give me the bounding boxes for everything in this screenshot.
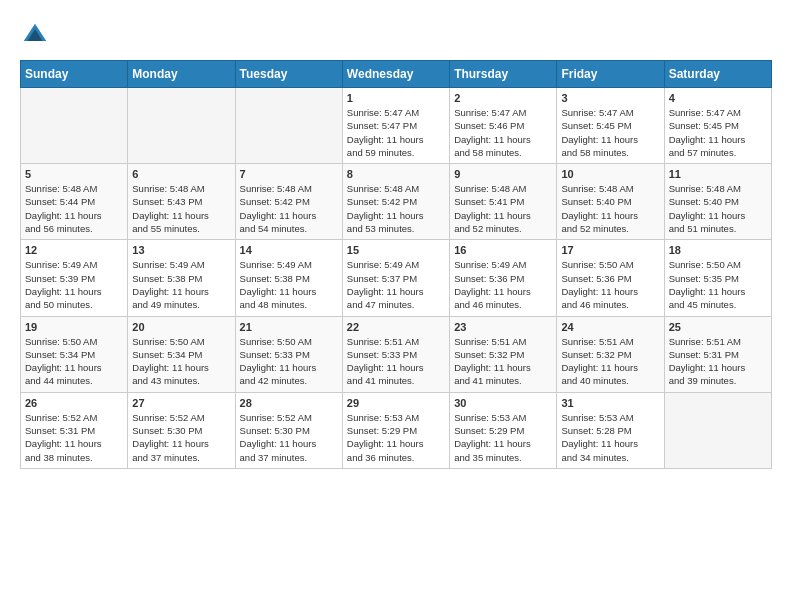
day-info: Sunrise: 5:51 AMSunset: 5:32 PMDaylight:… [561, 335, 659, 388]
calendar-cell: 14Sunrise: 5:49 AMSunset: 5:38 PMDayligh… [235, 240, 342, 316]
calendar-cell: 22Sunrise: 5:51 AMSunset: 5:33 PMDayligh… [342, 316, 449, 392]
logo [20, 20, 54, 50]
day-info: Sunrise: 5:48 AMSunset: 5:42 PMDaylight:… [240, 182, 338, 235]
calendar-cell: 16Sunrise: 5:49 AMSunset: 5:36 PMDayligh… [450, 240, 557, 316]
day-info: Sunrise: 5:47 AMSunset: 5:47 PMDaylight:… [347, 106, 445, 159]
day-number: 9 [454, 168, 552, 180]
logo-icon [20, 20, 50, 50]
weekday-header: Thursday [450, 61, 557, 88]
day-info: Sunrise: 5:51 AMSunset: 5:31 PMDaylight:… [669, 335, 767, 388]
calendar-cell: 19Sunrise: 5:50 AMSunset: 5:34 PMDayligh… [21, 316, 128, 392]
weekday-header: Sunday [21, 61, 128, 88]
calendar-cell: 27Sunrise: 5:52 AMSunset: 5:30 PMDayligh… [128, 392, 235, 468]
day-number: 13 [132, 244, 230, 256]
day-number: 23 [454, 321, 552, 333]
day-number: 15 [347, 244, 445, 256]
calendar-cell: 21Sunrise: 5:50 AMSunset: 5:33 PMDayligh… [235, 316, 342, 392]
day-info: Sunrise: 5:50 AMSunset: 5:35 PMDaylight:… [669, 258, 767, 311]
calendar-cell: 20Sunrise: 5:50 AMSunset: 5:34 PMDayligh… [128, 316, 235, 392]
day-info: Sunrise: 5:51 AMSunset: 5:33 PMDaylight:… [347, 335, 445, 388]
day-info: Sunrise: 5:53 AMSunset: 5:29 PMDaylight:… [454, 411, 552, 464]
calendar-cell: 7Sunrise: 5:48 AMSunset: 5:42 PMDaylight… [235, 164, 342, 240]
calendar-cell: 10Sunrise: 5:48 AMSunset: 5:40 PMDayligh… [557, 164, 664, 240]
day-number: 4 [669, 92, 767, 104]
day-number: 28 [240, 397, 338, 409]
calendar-cell: 1Sunrise: 5:47 AMSunset: 5:47 PMDaylight… [342, 88, 449, 164]
calendar-cell: 17Sunrise: 5:50 AMSunset: 5:36 PMDayligh… [557, 240, 664, 316]
day-number: 5 [25, 168, 123, 180]
calendar-week-row: 12Sunrise: 5:49 AMSunset: 5:39 PMDayligh… [21, 240, 772, 316]
day-info: Sunrise: 5:49 AMSunset: 5:39 PMDaylight:… [25, 258, 123, 311]
day-number: 7 [240, 168, 338, 180]
day-number: 22 [347, 321, 445, 333]
calendar-cell: 13Sunrise: 5:49 AMSunset: 5:38 PMDayligh… [128, 240, 235, 316]
calendar-cell: 30Sunrise: 5:53 AMSunset: 5:29 PMDayligh… [450, 392, 557, 468]
calendar-cell: 24Sunrise: 5:51 AMSunset: 5:32 PMDayligh… [557, 316, 664, 392]
day-number: 6 [132, 168, 230, 180]
calendar-cell: 26Sunrise: 5:52 AMSunset: 5:31 PMDayligh… [21, 392, 128, 468]
day-number: 31 [561, 397, 659, 409]
day-number: 10 [561, 168, 659, 180]
calendar-cell: 28Sunrise: 5:52 AMSunset: 5:30 PMDayligh… [235, 392, 342, 468]
day-info: Sunrise: 5:53 AMSunset: 5:29 PMDaylight:… [347, 411, 445, 464]
day-number: 20 [132, 321, 230, 333]
day-info: Sunrise: 5:49 AMSunset: 5:36 PMDaylight:… [454, 258, 552, 311]
calendar-cell: 6Sunrise: 5:48 AMSunset: 5:43 PMDaylight… [128, 164, 235, 240]
day-number: 27 [132, 397, 230, 409]
calendar-cell: 18Sunrise: 5:50 AMSunset: 5:35 PMDayligh… [664, 240, 771, 316]
day-number: 16 [454, 244, 552, 256]
day-number: 30 [454, 397, 552, 409]
day-info: Sunrise: 5:47 AMSunset: 5:45 PMDaylight:… [669, 106, 767, 159]
day-info: Sunrise: 5:48 AMSunset: 5:44 PMDaylight:… [25, 182, 123, 235]
day-info: Sunrise: 5:49 AMSunset: 5:37 PMDaylight:… [347, 258, 445, 311]
day-info: Sunrise: 5:48 AMSunset: 5:41 PMDaylight:… [454, 182, 552, 235]
calendar-cell: 4Sunrise: 5:47 AMSunset: 5:45 PMDaylight… [664, 88, 771, 164]
day-info: Sunrise: 5:52 AMSunset: 5:30 PMDaylight:… [132, 411, 230, 464]
weekday-header: Wednesday [342, 61, 449, 88]
day-info: Sunrise: 5:52 AMSunset: 5:31 PMDaylight:… [25, 411, 123, 464]
day-info: Sunrise: 5:48 AMSunset: 5:43 PMDaylight:… [132, 182, 230, 235]
calendar-cell: 12Sunrise: 5:49 AMSunset: 5:39 PMDayligh… [21, 240, 128, 316]
day-info: Sunrise: 5:49 AMSunset: 5:38 PMDaylight:… [132, 258, 230, 311]
calendar-cell: 8Sunrise: 5:48 AMSunset: 5:42 PMDaylight… [342, 164, 449, 240]
weekday-header: Friday [557, 61, 664, 88]
day-info: Sunrise: 5:50 AMSunset: 5:33 PMDaylight:… [240, 335, 338, 388]
calendar-header-row: SundayMondayTuesdayWednesdayThursdayFrid… [21, 61, 772, 88]
calendar-week-row: 26Sunrise: 5:52 AMSunset: 5:31 PMDayligh… [21, 392, 772, 468]
day-number: 17 [561, 244, 659, 256]
day-info: Sunrise: 5:50 AMSunset: 5:34 PMDaylight:… [25, 335, 123, 388]
calendar-week-row: 19Sunrise: 5:50 AMSunset: 5:34 PMDayligh… [21, 316, 772, 392]
weekday-header: Monday [128, 61, 235, 88]
calendar-cell: 25Sunrise: 5:51 AMSunset: 5:31 PMDayligh… [664, 316, 771, 392]
day-info: Sunrise: 5:48 AMSunset: 5:42 PMDaylight:… [347, 182, 445, 235]
day-info: Sunrise: 5:50 AMSunset: 5:34 PMDaylight:… [132, 335, 230, 388]
day-number: 25 [669, 321, 767, 333]
day-number: 26 [25, 397, 123, 409]
day-info: Sunrise: 5:52 AMSunset: 5:30 PMDaylight:… [240, 411, 338, 464]
day-number: 8 [347, 168, 445, 180]
day-number: 14 [240, 244, 338, 256]
calendar-cell: 29Sunrise: 5:53 AMSunset: 5:29 PMDayligh… [342, 392, 449, 468]
day-info: Sunrise: 5:50 AMSunset: 5:36 PMDaylight:… [561, 258, 659, 311]
day-info: Sunrise: 5:48 AMSunset: 5:40 PMDaylight:… [669, 182, 767, 235]
day-info: Sunrise: 5:48 AMSunset: 5:40 PMDaylight:… [561, 182, 659, 235]
weekday-header: Tuesday [235, 61, 342, 88]
calendar-cell: 15Sunrise: 5:49 AMSunset: 5:37 PMDayligh… [342, 240, 449, 316]
calendar-cell: 31Sunrise: 5:53 AMSunset: 5:28 PMDayligh… [557, 392, 664, 468]
calendar-cell: 23Sunrise: 5:51 AMSunset: 5:32 PMDayligh… [450, 316, 557, 392]
day-info: Sunrise: 5:51 AMSunset: 5:32 PMDaylight:… [454, 335, 552, 388]
calendar-cell: 3Sunrise: 5:47 AMSunset: 5:45 PMDaylight… [557, 88, 664, 164]
day-number: 12 [25, 244, 123, 256]
day-number: 19 [25, 321, 123, 333]
calendar-cell: 11Sunrise: 5:48 AMSunset: 5:40 PMDayligh… [664, 164, 771, 240]
day-number: 29 [347, 397, 445, 409]
day-number: 24 [561, 321, 659, 333]
day-number: 18 [669, 244, 767, 256]
calendar-cell: 5Sunrise: 5:48 AMSunset: 5:44 PMDaylight… [21, 164, 128, 240]
day-number: 1 [347, 92, 445, 104]
calendar-cell [664, 392, 771, 468]
day-info: Sunrise: 5:49 AMSunset: 5:38 PMDaylight:… [240, 258, 338, 311]
day-info: Sunrise: 5:53 AMSunset: 5:28 PMDaylight:… [561, 411, 659, 464]
calendar-cell [21, 88, 128, 164]
day-number: 21 [240, 321, 338, 333]
